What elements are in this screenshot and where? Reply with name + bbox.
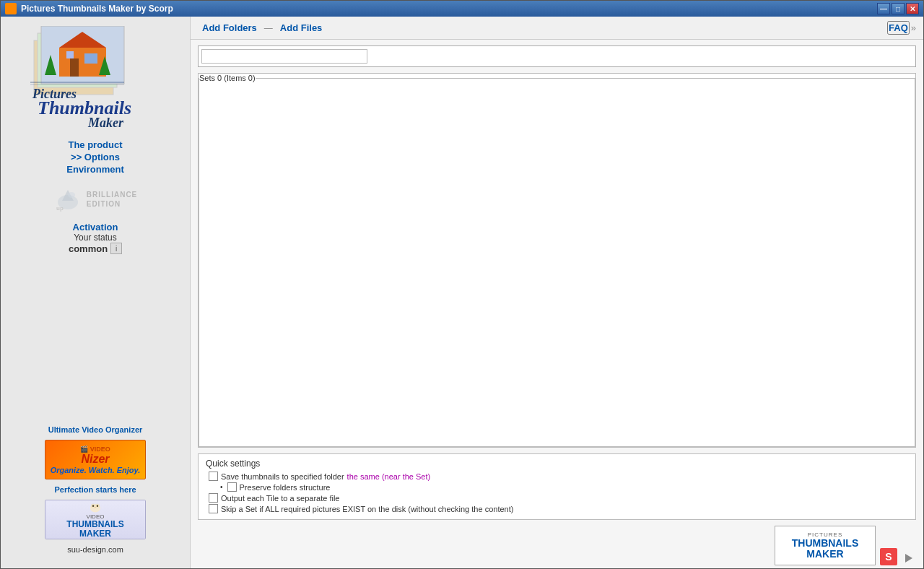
faq-arrow: » — [911, 22, 916, 33]
qs-checkbox-4[interactable] — [209, 504, 218, 513]
qs-label-4: Skip a Set if ALL required pictures EXIS… — [221, 505, 513, 513]
svg-point-17 — [68, 192, 75, 198]
svg-marker-27 — [905, 554, 912, 563]
svg-text:up: up — [56, 205, 64, 212]
add-folders-button[interactable]: Add Folders — [198, 21, 261, 35]
window-controls: — □ ✕ — [877, 3, 919, 14]
maximize-button[interactable]: □ — [892, 3, 905, 14]
s-badge: S — [880, 548, 897, 565]
activation-status-label: Your status — [69, 233, 122, 243]
bird-icon: up — [53, 186, 82, 212]
sidebar-bottom: Ultimate Video Organizer 🎬 VIDEO Nizer O… — [1, 425, 190, 561]
activation-area: Activation Your status common i — [69, 222, 122, 254]
nav-links: The product >> Options Environment — [66, 139, 123, 175]
owl-text-main: THUMBNAILSMAKER — [66, 520, 123, 539]
nav-the-product[interactable]: The product — [68, 139, 122, 150]
main-content: Add Folders — Add Files FAQ » Sets 0 (It… — [191, 17, 923, 568]
quick-settings-title: Quick settings — [206, 459, 908, 469]
add-files-button[interactable]: Add Files — [276, 21, 327, 35]
promo1-banner[interactable]: 🎬 VIDEO Nizer Organize. Watch. Enjoy. — [45, 440, 146, 479]
qs-label-1a: Save thumbnails to specified folder — [221, 472, 344, 481]
video-nizer-inner: 🎬 VIDEO Nizer Organize. Watch. Enjoy. — [51, 446, 141, 474]
svg-text:Maker: Maker — [87, 116, 124, 130]
chevron-right-icon — [902, 551, 916, 565]
sidebar: Pictures Thumbnails Maker The product >>… — [1, 17, 191, 568]
ptm-logo-main: THUMBNAILSMAKER — [792, 538, 859, 560]
svg-rect-6 — [84, 53, 97, 64]
edition-text: BRILLIANCE EDITION — [87, 190, 138, 209]
video-nizer-top: 🎬 VIDEO — [80, 446, 110, 453]
nav-environment[interactable]: Environment — [66, 164, 123, 175]
qs-bullet-2: • — [220, 483, 225, 491]
svg-rect-5 — [70, 58, 79, 77]
qs-label-3: Output each Tile to a separate file — [221, 494, 340, 503]
owl-banner-inner: VIDEO THUMBNAILSMAKER — [45, 500, 145, 539]
close-button[interactable]: ✕ — [906, 3, 919, 14]
promo2-banner[interactable]: VIDEO THUMBNAILSMAKER — [45, 500, 146, 539]
nav-options[interactable]: >> Options — [71, 152, 120, 162]
activation-status-value: common i — [69, 243, 122, 254]
svg-point-24 — [92, 505, 94, 506]
app-icon — [5, 3, 17, 14]
app-body: Pictures Thumbnails Maker The product >>… — [1, 17, 923, 568]
qs-label-1b: the same (near the Set) — [347, 472, 431, 481]
activation-info-icon[interactable]: i — [110, 243, 122, 254]
logo-svg: Pictures Thumbnails Maker — [27, 26, 164, 131]
faq-button[interactable]: FAQ — [887, 21, 910, 35]
video-nizer-main: Nizer — [81, 453, 109, 466]
sets-legend: Sets 0 (Items 0) — [199, 74, 256, 82]
app-logo: Pictures Thumbnails Maker — [23, 24, 167, 132]
promo2-label: Perfection starts here — [54, 485, 136, 494]
path-input[interactable] — [201, 49, 367, 64]
qs-row-4: Skip a Set if ALL required pictures EXIS… — [206, 504, 908, 513]
toolbar-separator: — — [261, 23, 276, 33]
minimize-button[interactable]: — — [877, 3, 890, 14]
input-bar — [198, 45, 916, 67]
svg-rect-3 — [59, 48, 106, 77]
quick-settings: Quick settings Save thumbnails to specif… — [198, 453, 916, 520]
title-bar: Pictures Thumbnails Maker by Scorp — □ ✕ — [1, 1, 923, 17]
qs-label-2: Preserve folders structure — [240, 483, 331, 492]
qs-checkbox-2[interactable] — [227, 482, 237, 492]
promo1-label: Ultimate Video Organizer — [48, 425, 143, 434]
ptm-logo-box: PICTURES THUMBNAILSMAKER — [775, 526, 876, 565]
activation-link[interactable]: Activation — [69, 222, 122, 233]
activation-common-text: common — [69, 243, 108, 254]
qs-row-1: Save thumbnails to specified folder the … — [206, 472, 908, 481]
qs-checkbox-3[interactable] — [209, 493, 218, 503]
video-nizer-sub: Organize. Watch. Enjoy. — [51, 466, 141, 474]
qs-row-2: • Preserve folders structure — [206, 482, 908, 492]
qs-checkbox-1[interactable] — [209, 472, 218, 481]
toolbar: Add Folders — Add Files FAQ » — [191, 17, 923, 40]
main-window: Pictures Thumbnails Maker by Scorp — □ ✕ — [0, 0, 924, 569]
svg-rect-7 — [66, 51, 74, 58]
svg-point-25 — [97, 505, 98, 506]
bottom-bar: PICTURES THUMBNAILSMAKER S — [191, 523, 923, 568]
owl-icon — [84, 500, 106, 513]
qs-row-3: Output each Tile to a separate file — [206, 493, 908, 503]
suu-design-label: suu-design.com — [67, 545, 123, 554]
sets-panel: Sets 0 (Items 0) — [198, 73, 916, 448]
window-title: Pictures Thumbnails Maker by Scorp — [21, 4, 877, 14]
edition-area: up BRILLIANCE EDITION — [53, 186, 138, 212]
